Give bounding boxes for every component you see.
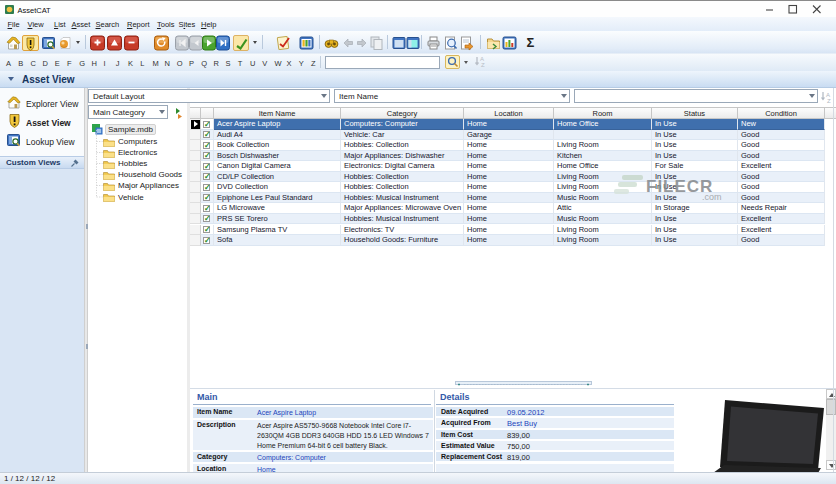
svg-text:Z: Z xyxy=(827,98,831,104)
svg-text:Z: Z xyxy=(481,62,485,68)
